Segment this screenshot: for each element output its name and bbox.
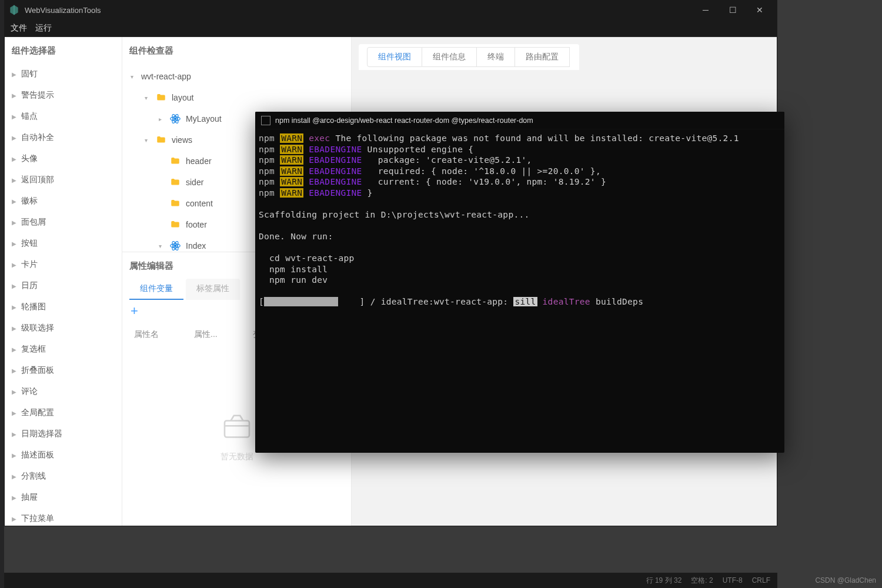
preview-tab-terminal[interactable]: 终端 xyxy=(477,47,515,67)
svg-point-0 xyxy=(174,118,176,119)
tree-node-wvt-react-app[interactable]: ▾wvt-react-app xyxy=(122,66,351,87)
col-prop: 属性... xyxy=(194,329,218,340)
comp-item-label: 评论 xyxy=(21,386,38,397)
tree-node-layout[interactable]: ▾layout xyxy=(122,87,351,108)
preview-tab-view[interactable]: 组件视图 xyxy=(367,47,422,67)
tree-arrow-icon: ▸ xyxy=(159,116,165,122)
preview-tab-routes[interactable]: 路由配置 xyxy=(515,47,570,67)
app-title: WebVisualizationTools xyxy=(25,6,692,15)
comp-item-label: 徽标 xyxy=(21,196,38,206)
chevron-right-icon: ▶ xyxy=(12,389,16,395)
tree-label: content xyxy=(186,199,213,208)
comp-item-label: 卡片 xyxy=(21,259,38,270)
comp-item-10[interactable]: ▶日历 xyxy=(5,275,122,296)
watermark: CSDN @GladChen xyxy=(815,576,876,584)
comp-item-9[interactable]: ▶卡片 xyxy=(5,254,122,275)
component-selector-header: 组件选择器 xyxy=(5,37,122,64)
comp-item-label: 面包屑 xyxy=(21,217,46,228)
tree-arrow-icon: ▾ xyxy=(145,95,151,101)
comp-item-7[interactable]: ▶面包屑 xyxy=(5,212,122,233)
comp-item-13[interactable]: ▶复选框 xyxy=(5,339,122,360)
comp-item-17[interactable]: ▶日期选择器 xyxy=(5,423,122,445)
status-spaces: 空格: 2 xyxy=(691,576,713,586)
comp-item-2[interactable]: ▶锚点 xyxy=(5,106,122,127)
tab-label-props[interactable]: 标签属性 xyxy=(186,279,240,300)
tree-arrow-icon: ▾ xyxy=(159,243,165,249)
tree-label: wvt-react-app xyxy=(141,72,191,81)
terminal-titlebar[interactable]: npm install @arco-design/web-react react… xyxy=(255,112,784,129)
comp-item-4[interactable]: ▶头像 xyxy=(5,148,122,169)
maximize-button[interactable]: ☐ xyxy=(719,1,746,19)
comp-item-0[interactable]: ▶固钉 xyxy=(5,64,122,85)
svg-point-4 xyxy=(174,245,176,246)
chevron-right-icon: ▶ xyxy=(12,71,16,78)
terminal-icon xyxy=(261,116,270,125)
comp-item-label: 轮播图 xyxy=(21,302,46,312)
comp-item-label: 复选框 xyxy=(21,344,46,355)
chevron-right-icon: ▶ xyxy=(12,431,16,437)
tab-component-vars[interactable]: 组件变量 xyxy=(129,279,183,300)
comp-item-15[interactable]: ▶评论 xyxy=(5,381,122,402)
comp-item-5[interactable]: ▶返回顶部 xyxy=(5,169,122,191)
chevron-right-icon: ▶ xyxy=(12,240,16,247)
tree-label: sider xyxy=(186,178,203,187)
comp-item-label: 级联选择 xyxy=(21,323,54,333)
folder-icon xyxy=(155,134,167,146)
comp-item-label: 抽屉 xyxy=(21,492,38,503)
tree-label: footer xyxy=(186,220,207,229)
comp-item-label: 日期选择器 xyxy=(21,429,62,439)
menu-file[interactable]: 文件 xyxy=(11,23,27,34)
tree-label: views xyxy=(172,135,192,145)
minimize-button[interactable]: ─ xyxy=(692,1,719,19)
statusbar: 行 19 列 32 空格: 2 UTF-8 CRLF xyxy=(4,573,777,588)
comp-item-14[interactable]: ▶折叠面板 xyxy=(5,360,122,381)
terminal-output[interactable]: npm WARN exec The following package was … xyxy=(255,129,784,311)
inspector-header: 组件检查器 xyxy=(122,37,351,64)
chevron-right-icon: ▶ xyxy=(12,135,16,141)
terminal-window[interactable]: npm install @arco-design/web-react react… xyxy=(255,112,784,453)
tree-label: MyLayout xyxy=(186,114,222,123)
comp-item-11[interactable]: ▶轮播图 xyxy=(5,296,122,318)
empty-icon xyxy=(220,410,253,443)
comp-item-12[interactable]: ▶级联选择 xyxy=(5,318,122,339)
chevron-right-icon: ▶ xyxy=(12,368,16,374)
preview-tab-info[interactable]: 组件信息 xyxy=(422,47,477,67)
comp-item-label: 返回顶部 xyxy=(21,175,54,185)
folder-icon xyxy=(155,92,167,103)
chevron-right-icon: ▶ xyxy=(12,156,16,162)
status-encoding: UTF-8 xyxy=(723,576,743,584)
comp-item-19[interactable]: ▶分割线 xyxy=(5,466,122,487)
chevron-right-icon: ▶ xyxy=(12,452,16,459)
react-icon xyxy=(169,240,181,252)
tree-label: layout xyxy=(172,93,193,102)
tree-arrow-icon: ▾ xyxy=(131,74,136,80)
comp-item-8[interactable]: ▶按钮 xyxy=(5,233,122,254)
comp-item-21[interactable]: ▶下拉菜单 xyxy=(5,508,122,529)
comp-item-label: 警告提示 xyxy=(21,90,54,101)
tree-label: Index xyxy=(186,241,206,250)
comp-item-label: 按钮 xyxy=(21,238,38,249)
chevron-right-icon: ▶ xyxy=(12,410,16,416)
close-button[interactable]: ✕ xyxy=(746,1,773,19)
comp-item-label: 锚点 xyxy=(21,111,38,122)
chevron-right-icon: ▶ xyxy=(12,283,16,289)
terminal-title: npm install @arco-design/web-react react… xyxy=(275,116,533,125)
comp-item-1[interactable]: ▶警告提示 xyxy=(5,85,122,106)
titlebar[interactable]: WebVisualizationTools ─ ☐ ✕ xyxy=(5,1,777,19)
external-edge xyxy=(0,0,4,588)
status-pos: 行 19 列 32 xyxy=(646,576,682,586)
comp-item-3[interactable]: ▶自动补全 xyxy=(5,127,122,148)
chevron-right-icon: ▶ xyxy=(12,92,16,99)
folder-icon xyxy=(169,219,181,230)
comp-item-label: 日历 xyxy=(21,280,38,291)
menu-run[interactable]: 运行 xyxy=(35,23,52,34)
comp-item-6[interactable]: ▶徽标 xyxy=(5,191,122,212)
comp-item-16[interactable]: ▶全局配置 xyxy=(5,402,122,423)
comp-item-18[interactable]: ▶描述面板 xyxy=(5,445,122,466)
component-selector-panel: 组件选择器 ▶固钉▶警告提示▶锚点▶自动补全▶头像▶返回顶部▶徽标▶面包屑▶按钮… xyxy=(5,37,122,526)
comp-item-20[interactable]: ▶抽屉 xyxy=(5,487,122,508)
chevron-right-icon: ▶ xyxy=(12,113,16,120)
comp-item-label: 固钉 xyxy=(21,69,38,79)
folder-icon xyxy=(169,155,181,167)
comp-item-label: 下拉菜单 xyxy=(21,513,54,524)
